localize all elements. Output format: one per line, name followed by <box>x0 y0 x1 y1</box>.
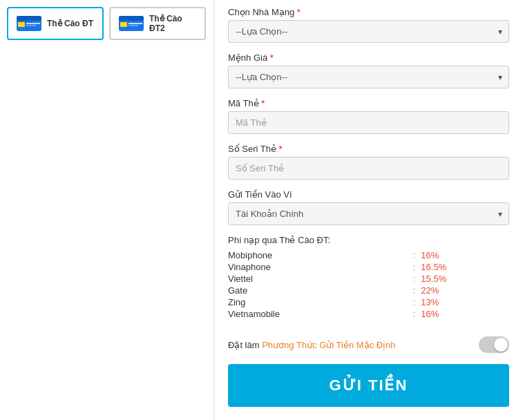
menh-gia-select[interactable]: --Lựa Chọn-- 10,000 20,000 <box>228 66 509 88</box>
phi-nap-percent: 16.5% <box>421 261 509 273</box>
submit-button[interactable]: GỬI TIỀN <box>228 364 509 407</box>
gui-tien-select-wrapper: Tài Khoản Chính Tài Khoản Phụ ▾ <box>228 202 509 225</box>
phi-nap-name: Mobiphone <box>228 249 407 261</box>
gui-tien-label: Gửi Tiền Vào Ví <box>228 189 509 200</box>
svg-rect-7 <box>120 22 127 27</box>
phi-nap-group: Phí nạp qua Thẻ Cào ĐT: Mobiphone : 16% … <box>228 235 509 320</box>
phi-nap-colon: : <box>407 261 421 273</box>
so-seri-group: Số Seri Thẻ * <box>228 144 509 180</box>
phi-nap-row: Gate : 22% <box>228 285 509 296</box>
toggle-knob <box>494 338 508 352</box>
svg-rect-6 <box>119 16 144 21</box>
phi-nap-colon: : <box>407 273 421 285</box>
phi-nap-name: Vietnamobile <box>228 308 407 320</box>
phi-nap-percent: 22% <box>421 285 509 296</box>
phi-nap-name: Zing <box>228 296 407 308</box>
nha-mang-select-wrapper: --Lựa Chọn-- Mobiphone Vinaphone Viettel… <box>228 20 509 43</box>
ma-the-input[interactable] <box>228 111 509 134</box>
phi-nap-title: Phí nạp qua Thẻ Cào ĐT: <box>228 235 509 245</box>
toggle-row: Đặt làm Phương Thức Gửi Tiền Mặc Định <box>228 336 509 353</box>
phi-nap-name: Gate <box>228 285 407 296</box>
phi-nap-row: Vinaphone : 16.5% <box>228 261 509 273</box>
phi-nap-table: Mobiphone : 16% Vinaphone : 16.5% Viette… <box>228 249 509 320</box>
menh-gia-group: Mệnh Giá * --Lựa Chọn-- 10,000 20,000 ▾ <box>228 52 509 88</box>
nha-mang-label: Chọn Nhà Mạng * <box>228 7 509 17</box>
svg-rect-1 <box>17 16 41 21</box>
svg-rect-2 <box>18 22 25 27</box>
phi-nap-colon: : <box>407 296 421 308</box>
phi-nap-name: Viettel <box>228 273 407 285</box>
toggle-label: Đặt làm Phương Thức Gửi Tiền Mặc Định <box>228 340 396 350</box>
tab-the-cao-dt[interactable]: Thẻ Cào ĐT <box>7 7 104 40</box>
gui-tien-group: Gửi Tiền Vào Ví Tài Khoản Chính Tài Khoả… <box>228 189 509 225</box>
ma-the-label: Mã Thẻ * <box>228 98 509 108</box>
phi-nap-percent: 15.5% <box>421 273 509 285</box>
phi-nap-row: Zing : 13% <box>228 296 509 308</box>
phi-nap-name: Vinaphone <box>228 261 407 273</box>
tab2-label: Thẻ Cào ĐT2 <box>149 14 196 33</box>
phi-nap-colon: : <box>407 308 421 320</box>
menh-gia-select-wrapper: --Lựa Chọn-- 10,000 20,000 ▾ <box>228 66 509 88</box>
gui-tien-select[interactable]: Tài Khoản Chính Tài Khoản Phụ <box>228 202 509 225</box>
ma-the-group: Mã Thẻ * <box>228 98 509 134</box>
tabs-row: Thẻ Cào ĐT Thẻ Cào ĐT2 <box>7 7 207 40</box>
phi-nap-percent: 16% <box>421 308 509 320</box>
so-seri-label: Số Seri Thẻ * <box>228 144 509 154</box>
tab1-icon <box>17 16 41 31</box>
phi-nap-percent: 13% <box>421 296 509 308</box>
tab-the-cao-dt2[interactable]: Thẻ Cào ĐT2 <box>109 7 206 40</box>
phi-nap-row: Viettel : 15.5% <box>228 273 509 285</box>
nha-mang-group: Chọn Nhà Mạng * --Lựa Chọn-- Mobiphone V… <box>228 7 509 43</box>
default-method-toggle[interactable] <box>479 336 509 353</box>
main-container: Thẻ Cào ĐT Thẻ Cào ĐT2 Ch <box>0 0 523 420</box>
phi-nap-colon: : <box>407 285 421 296</box>
tab2-icon <box>119 16 144 31</box>
sidebar: Thẻ Cào ĐT Thẻ Cào ĐT2 <box>0 0 214 420</box>
form-area: Chọn Nhà Mạng * --Lựa Chọn-- Mobiphone V… <box>214 0 523 420</box>
phi-nap-colon: : <box>407 249 421 261</box>
phi-nap-row: Mobiphone : 16% <box>228 249 509 261</box>
phi-nap-percent: 16% <box>421 249 509 261</box>
phi-nap-row: Vietnamobile : 16% <box>228 308 509 320</box>
menh-gia-label: Mệnh Giá * <box>228 52 509 63</box>
nha-mang-select[interactable]: --Lựa Chọn-- Mobiphone Vinaphone Viettel <box>228 20 509 43</box>
tab1-label: Thẻ Cào ĐT <box>47 19 93 28</box>
so-seri-input[interactable] <box>228 157 509 180</box>
